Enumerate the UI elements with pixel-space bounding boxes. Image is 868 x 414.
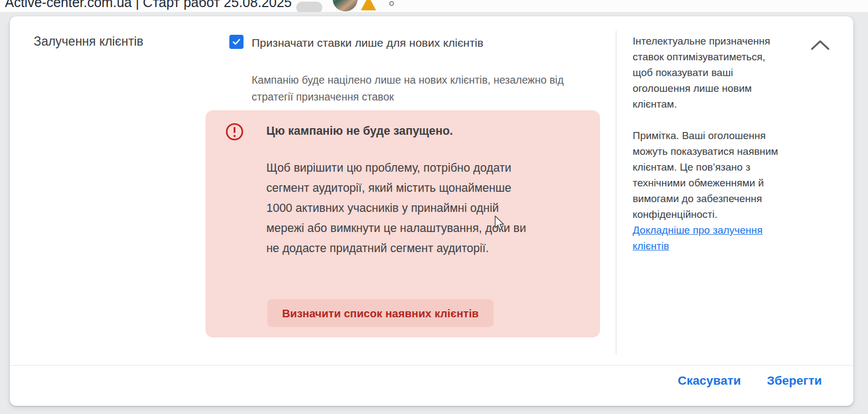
help-paragraph-2: Примітка. Ваші оголошення можуть показув… — [633, 128, 783, 222]
save-button[interactable]: Зберегти — [767, 374, 822, 388]
new-customers-checkbox[interactable] — [229, 35, 243, 49]
status-pill — [296, 2, 322, 12]
checkmark-icon — [232, 37, 241, 47]
status-circle-icon — [389, 1, 394, 6]
chevron-up-icon — [810, 39, 830, 52]
footer-divider — [10, 365, 853, 366]
warning-body: Щоб вирішити цю проблему, потрібно додат… — [266, 158, 534, 259]
help-panel: Інтелектуальне призначення ставок оптимі… — [633, 33, 783, 254]
dialog-footer: Скасувати Зберегти — [678, 371, 822, 391]
section-title: Залучення клієнтів — [34, 34, 143, 49]
collapse-section-button[interactable] — [809, 38, 832, 53]
error-icon — [224, 122, 245, 142]
cancel-button[interactable]: Скасувати — [678, 374, 741, 388]
campaign-warning-banner: Цю кампанію не буде запущено. Щоб виріши… — [205, 110, 600, 337]
new-customers-checkbox-label[interactable]: Призначати ставки лише для нових клієнті… — [252, 36, 483, 49]
campaign-name: Active-center.com.ua | Старт работ 25.08… — [5, 0, 292, 10]
vertical-divider — [616, 30, 616, 354]
customer-acquisition-panel: Залучення клієнтів Призначати ставки лиш… — [10, 16, 853, 406]
warning-title: Цю кампанію не буде запущено. — [266, 124, 453, 138]
define-customer-list-button[interactable]: Визначити список наявних клієнтів — [267, 299, 494, 327]
background-campaign-row: Active-center.com.ua | Старт работ 25.08… — [0, 0, 868, 12]
help-paragraph-1: Інтелектуальне призначення ставок оптимі… — [633, 33, 783, 112]
warning-triangle-icon — [361, 0, 376, 10]
learn-more-link[interactable]: Докладніше про залучення клієнтів — [633, 224, 763, 252]
avatar — [333, 0, 358, 11]
checkbox-description: Кампанію буде націлено лише на нових клі… — [252, 72, 608, 105]
